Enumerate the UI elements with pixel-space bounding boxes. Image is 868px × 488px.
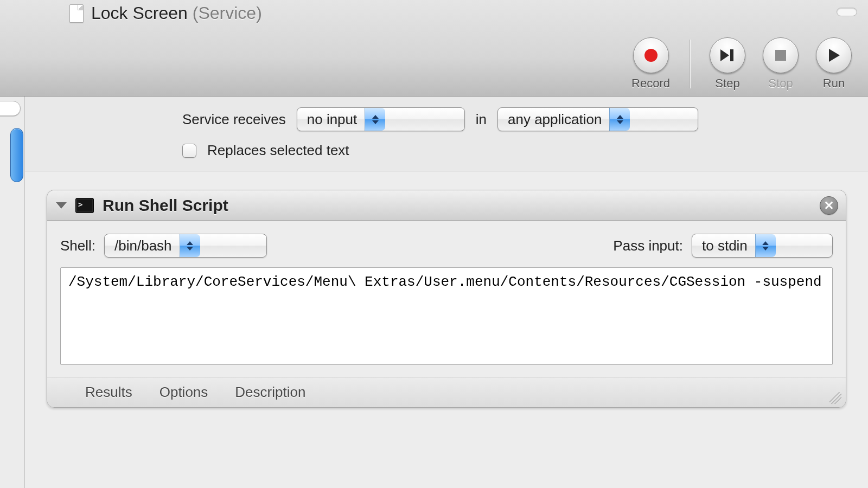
step-icon <box>719 48 736 62</box>
svg-marker-2 <box>720 49 729 61</box>
window-toolbar: Lock Screen (Service) Record Step <box>0 0 868 97</box>
input-type-select[interactable]: no input <box>297 107 465 131</box>
stop-button[interactable]: Stop <box>763 37 799 91</box>
title-suffix: (Service) <box>193 3 262 23</box>
tab-options[interactable]: Options <box>159 384 208 401</box>
svg-rect-4 <box>775 50 786 61</box>
script-textarea[interactable] <box>60 267 833 365</box>
document-icon <box>69 4 84 23</box>
run-label: Run <box>823 76 845 91</box>
window-title: Lock Screen (Service) <box>91 3 262 23</box>
replaces-checkbox[interactable] <box>182 144 196 158</box>
svg-marker-5 <box>829 49 840 62</box>
close-action-button[interactable] <box>820 196 838 215</box>
toolbar-separator <box>690 40 690 88</box>
tab-description[interactable]: Description <box>235 384 305 401</box>
stop-icon <box>774 49 787 62</box>
action-footer: Results Options Description <box>47 377 846 407</box>
pass-input-select[interactable]: to stdin <box>692 234 833 258</box>
step-label: Step <box>715 76 739 91</box>
library-gutter <box>0 97 25 488</box>
updown-arrows-icon <box>180 234 200 257</box>
run-button[interactable]: Run <box>816 37 852 91</box>
in-label: in <box>476 111 487 128</box>
app-scope-value: any application <box>508 111 602 128</box>
title-main: Lock Screen <box>91 3 188 23</box>
receives-label: Service receives <box>182 111 286 128</box>
pass-input-value: to stdin <box>702 237 748 254</box>
updown-arrows-icon <box>609 108 630 131</box>
step-button[interactable]: Step <box>710 37 745 91</box>
service-config: Service receives no input in any applica… <box>25 97 868 171</box>
library-toggle[interactable] <box>0 101 21 116</box>
tab-results[interactable]: Results <box>85 384 132 401</box>
play-icon <box>827 48 841 63</box>
record-label: Record <box>631 76 670 91</box>
svg-rect-3 <box>730 49 733 61</box>
disclosure-triangle-icon[interactable] <box>56 202 67 209</box>
action-title: Run Shell Script <box>103 196 228 215</box>
stop-label: Stop <box>768 76 793 91</box>
terminal-icon <box>75 198 94 213</box>
scrollbar-thumb[interactable] <box>10 128 23 182</box>
pass-input-label: Pass input: <box>613 237 683 254</box>
record-icon <box>643 48 659 63</box>
shell-label: Shell: <box>60 237 95 254</box>
action-card: Run Shell Script Shell: /bin/bash <box>47 190 846 408</box>
updown-arrows-icon <box>755 234 776 257</box>
svg-point-0 <box>644 49 658 62</box>
record-button[interactable]: Record <box>631 37 670 91</box>
action-header[interactable]: Run Shell Script <box>47 190 846 221</box>
shell-select[interactable]: /bin/bash <box>104 234 267 258</box>
resize-grip-icon[interactable] <box>829 392 841 404</box>
shell-value: /bin/bash <box>114 237 172 254</box>
replaces-label: Replaces selected text <box>207 142 349 159</box>
updown-arrows-icon <box>365 108 385 131</box>
toolbar-pill-button[interactable] <box>837 8 857 16</box>
input-type-value: no input <box>307 111 358 128</box>
app-scope-select[interactable]: any application <box>497 107 698 131</box>
